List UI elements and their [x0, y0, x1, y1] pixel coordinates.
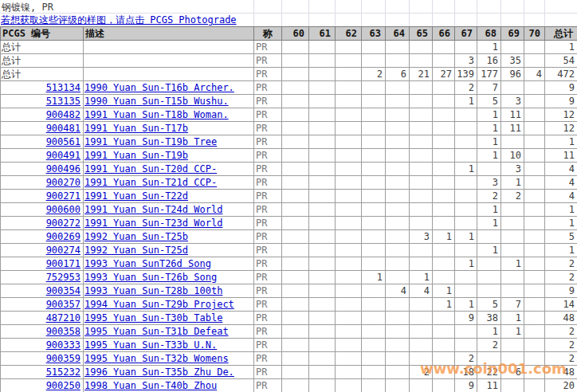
description-link[interactable]: 1998 Yuan Sun-T40b Zhou: [84, 380, 217, 391]
pcgs-number-link[interactable]: 900481: [46, 123, 80, 134]
grade-type-cell: PR: [254, 230, 282, 244]
grade-count-cell: [362, 379, 386, 392]
grade-count-cell: 27: [433, 68, 455, 81]
grade-count-cell: [433, 366, 455, 379]
grade-count-cell: 11: [501, 122, 524, 135]
grade-count-cell: [282, 41, 309, 54]
pcgs-number-link[interactable]: 900354: [46, 285, 80, 296]
grade-type-cell: PR: [254, 81, 282, 95]
grade-count-cell: [386, 176, 410, 190]
description-link[interactable]: 1994 Yuan Sun-T29b Project: [84, 299, 234, 310]
pcgs-number-link[interactable]: 900333: [46, 339, 80, 351]
pcgs-number-cell: 900482: [1, 108, 84, 122]
description-link[interactable]: 1995 Yuan Sun-T33b U.N.: [84, 339, 217, 351]
pcgs-number-link[interactable]: 900171: [46, 258, 80, 269]
total-cell: 2: [545, 257, 577, 271]
grade-count-cell: [309, 95, 336, 108]
pcgs-number-link[interactable]: 487210: [46, 312, 80, 323]
photograde-link[interactable]: 若想获取这些评级的样图，请点击 PCGS Photograde: [1, 14, 237, 25]
description-link[interactable]: 1996 Yuan Sun-T35b Zhu De.: [84, 367, 234, 378]
total-cell: 9: [545, 284, 577, 298]
summary-label: 总计: [1, 68, 84, 81]
grade-count-cell: 1: [362, 271, 386, 284]
pcgs-number-link[interactable]: 900270: [46, 177, 80, 188]
description-link[interactable]: 1992 Yuan Sun-T25d: [84, 245, 188, 256]
pcgs-number-link[interactable]: 900358: [46, 326, 80, 337]
grade-count-cell: [282, 257, 309, 271]
pcgs-number-link[interactable]: 900496: [46, 163, 80, 174]
grade-count-cell: 96: [501, 68, 524, 81]
description-cell: 1991 Yuan Sun-T18b Woman.: [84, 108, 254, 122]
grade-count-cell: [282, 352, 309, 366]
description-cell: [84, 68, 254, 81]
pcgs-number-link[interactable]: 900600: [46, 204, 80, 215]
description-link[interactable]: 1993 Yuan Sun-T26b Song: [84, 272, 217, 283]
pcgs-number-link[interactable]: 515232: [46, 367, 80, 378]
grade-count-cell: 4: [410, 284, 433, 298]
description-link[interactable]: 1995 Yuan Sun-T31b Defeat: [84, 326, 229, 337]
pcgs-number-cell: 900491: [1, 149, 84, 163]
grade-count-cell: [386, 379, 410, 392]
description-link[interactable]: 1990 Yuan Sun-T16b Archer.: [84, 82, 234, 93]
description-link[interactable]: 1991 Yuan Sun-T23d World: [84, 218, 222, 229]
table-row: 9005611991 Yuan Sun-T19b TreePR11: [1, 135, 577, 149]
description-link[interactable]: 1995 Yuan Sun-T30b Table: [84, 312, 222, 323]
description-cell: 1991 Yuan Sun-T19b Tree: [84, 135, 254, 149]
grade-count-cell: 1: [455, 163, 477, 176]
grade-count-cell: [455, 108, 477, 122]
description-link[interactable]: 1993 Yuan Sun-T28b 100th: [84, 285, 222, 296]
pcgs-number-link[interactable]: 900561: [46, 136, 80, 147]
pcgs-number-link[interactable]: 900269: [46, 231, 80, 242]
grade-count-cell: [282, 217, 309, 230]
description-cell: 1990 Yuan Sun-T15b Wushu.: [84, 95, 254, 108]
grade-count-cell: [524, 81, 545, 95]
table-row: 9004911991 Yuan Sun-T19bPR11011: [1, 149, 577, 163]
pcgs-number-link[interactable]: 900271: [46, 190, 80, 202]
description-link[interactable]: 1990 Yuan Sun-T15b Wushu.: [84, 96, 229, 107]
col-header-70: 70: [524, 27, 545, 41]
grade-count-cell: 3: [501, 95, 524, 108]
grade-count-cell: [524, 325, 545, 339]
grade-count-cell: [386, 95, 410, 108]
grade-count-cell: [386, 366, 410, 379]
pcgs-number-link[interactable]: 513135: [46, 96, 80, 107]
grade-count-cell: [386, 149, 410, 163]
description-link[interactable]: 1995 Yuan Sun-T32b Womens: [84, 353, 229, 364]
grade-count-cell: [524, 122, 545, 135]
description-cell: 1991 Yuan Sun-T19b: [84, 149, 254, 163]
description-link[interactable]: 1991 Yuan Sun-T18b Woman.: [84, 109, 229, 120]
grade-count-cell: [433, 81, 455, 95]
pcgs-number-link[interactable]: 752953: [46, 272, 80, 283]
header-row: PCGS 编号描述称6061626364656667686970总计: [1, 27, 577, 41]
description-link[interactable]: 1991 Yuan Sun-T19b Tree: [84, 136, 217, 147]
grade-count-cell: [336, 325, 362, 339]
grid-vline: [253, 0, 254, 26]
total-cell: 2: [545, 339, 577, 352]
grade-type-cell: PR: [254, 41, 282, 54]
description-link[interactable]: 1991 Yuan Sun-T21d CCP-: [84, 177, 217, 188]
pcgs-number-link[interactable]: 900357: [46, 299, 80, 310]
description-link[interactable]: 1991 Yuan Sun-T20d CCP-: [84, 163, 217, 174]
description-cell: 1998 Yuan Sun-T40b Zhou: [84, 379, 254, 392]
pcgs-number-link[interactable]: 513134: [46, 82, 80, 93]
grade-count-cell: [362, 244, 386, 257]
pcgs-number-link[interactable]: 900491: [46, 150, 80, 161]
description-link[interactable]: 1991 Yuan Sun-T19b: [84, 150, 188, 161]
grade-count-cell: [309, 54, 336, 68]
description-link[interactable]: 1991 Yuan Sun-T22d: [84, 190, 188, 202]
pcgs-number-link[interactable]: 900482: [46, 109, 80, 120]
description-link[interactable]: 1991 Yuan Sun-T24d World: [84, 204, 222, 215]
description-link[interactable]: 1992 Yuan Sun-T25b: [84, 231, 188, 242]
pcgs-number-link[interactable]: 900274: [46, 245, 80, 256]
pcgs-number-link[interactable]: 900359: [46, 353, 80, 364]
pcgs-number-link[interactable]: 900272: [46, 218, 80, 229]
top-area: 钢镀镍, PR 若想获取这些评级的样图，请点击 PCGS Photograde: [0, 0, 577, 26]
total-cell: 54: [545, 54, 577, 68]
description-link[interactable]: 1991 Yuan Sun-T17b: [84, 123, 188, 134]
grade-count-cell: [501, 203, 524, 217]
grade-count-cell: 1: [501, 312, 524, 325]
pcgs-number-link[interactable]: 900250: [46, 380, 80, 391]
description-link[interactable]: 1993 Yuan SunT26d Song: [84, 258, 211, 269]
grid-vline: [544, 0, 545, 26]
grade-type-cell: PR: [254, 366, 282, 379]
